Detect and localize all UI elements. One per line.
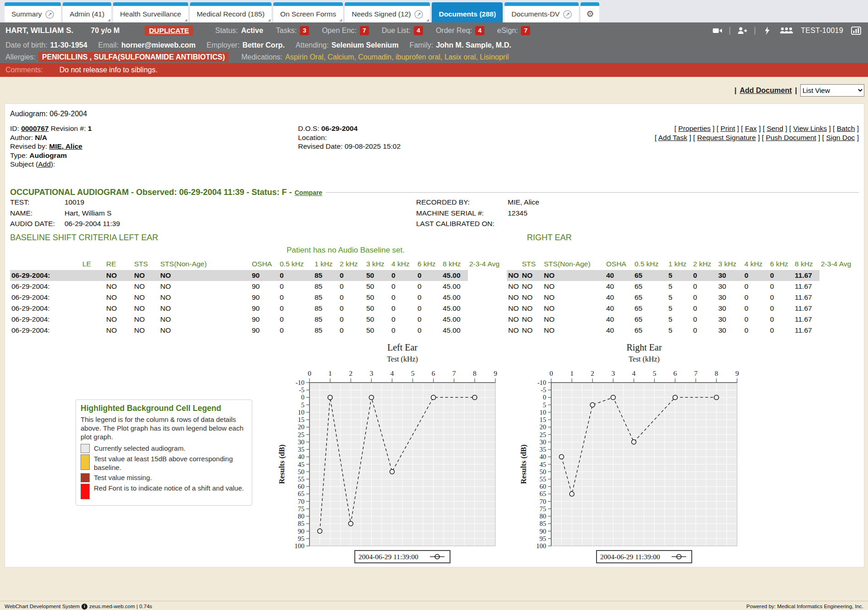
tab-summary[interactable]: Summary↗ [5,2,61,22]
y-tick-label: -10 [296,379,304,386]
table-cell: 45.00 [441,303,468,314]
info-icon[interactable]: i [81,604,87,610]
table-cell: 45.00 [441,292,468,303]
y-tick-label: 100 [536,542,546,550]
chart-title: Right Ear [626,342,662,353]
chart-icon[interactable] [850,27,863,35]
chart-ylabel: Results (dB) [519,444,528,484]
tab-documents-dv[interactable]: Documents-DV↗ [505,2,579,22]
tab-label: Medical Record (185) [197,10,265,18]
table-cell: 0 [390,281,416,292]
revised-by-link[interactable]: MIE, Alice [49,142,82,150]
date-cell: 06-29-2004: [10,281,81,292]
count-badge[interactable]: 7 [360,26,369,35]
subject-suffix: ): [51,160,55,168]
y-tick-label: 55 [540,475,547,483]
add-user-icon[interactable] [737,27,747,35]
tab-on-screen-forms[interactable]: On Screen Forms [273,2,343,22]
column-header: 0.5 kHz [278,258,313,270]
tab-medical-record-185[interactable]: Medical Record (185) [190,2,271,22]
table-cell: 0 [338,270,365,281]
status-item-label: Tasks: [276,27,297,35]
status-item: Tasks:3 [276,26,309,35]
popout-icon[interactable]: ↗ [563,10,572,19]
y-tick-label: 0 [301,394,304,401]
popout-icon[interactable]: ↗ [45,10,54,19]
settings-tab[interactable]: ⚙︎ [580,2,599,22]
doc-action-fax[interactable]: Fax [745,124,757,132]
patient-id: TEST-10019 [801,27,843,35]
table-cell: 5 [667,281,692,292]
doc-action-print[interactable]: Print [721,124,735,132]
table-cell: 0 [390,270,416,281]
count-badge[interactable]: 4 [475,26,484,35]
table-row[interactable]: 06-29-2004:NONONO900850500045.00NONONO40… [10,314,860,325]
doc-action-view-links[interactable]: View Links [793,124,827,132]
table-cell: 0 [278,325,313,336]
table-cell: 65 [633,270,667,281]
doc-action-push-document[interactable]: Push Document [766,134,816,141]
divider: | [729,26,731,35]
column-header: 6 kHz [769,258,793,270]
tab-label: Admin (41) [70,10,104,18]
duplicate-badge[interactable]: DUPLICATE [145,26,193,36]
doc-action-add-task[interactable]: Add Task [658,134,687,141]
people-group-icon[interactable] [779,27,794,35]
tab-admin-41[interactable]: Admin (41) [63,2,111,22]
doc-action-sign-doc[interactable]: Sign Doc [826,134,855,141]
audiogram-meta: TEST:10019RECORDED BY:MIE, AliceNAME:Har… [5,198,864,231]
audiogram-meta-label: TEST: [10,198,29,206]
view-mode-select[interactable]: List View [800,84,864,97]
audiogram-meta-row: NAME:Hart, William SMACHINE SERIAL #:123… [5,209,864,220]
compare-link[interactable]: Compare [294,189,322,196]
table-row[interactable]: 06-29-2004:NONONO900850500045.00NONONO40… [10,281,860,292]
tab-health-surveillance[interactable]: Health Surveillance [113,2,188,22]
table-row[interactable]: 06-29-2004:NONONO900850500045.00NONONO40… [10,270,860,281]
count-badge[interactable]: 3 [300,26,309,35]
tab-needs-signed-12[interactable]: Needs Signed (12)↗ [345,2,430,22]
subject-add-link[interactable]: Add [38,160,51,168]
y-tick-label: 10 [298,409,305,416]
column-header: 8 kHz [441,258,468,270]
doc-action-send[interactable]: Send [767,124,783,132]
table-row[interactable]: 06-29-2004:NONONO900850500045.00NONONO40… [10,325,860,336]
table-cell: 0 [743,270,769,281]
medications-label: Medications: [241,53,282,61]
x-tick-label: 3 [611,369,615,377]
x-tick-label: 8 [473,369,477,377]
table-cell: NO [105,270,133,281]
legend-item: Currently selected audiogram. [81,444,247,453]
table-row[interactable]: 06-29-2004:NONONO900850500045.00NONONO40… [10,292,860,303]
table-cell: 0 [390,314,416,325]
chart-legend-label: 2004-06-29 11:39:00 [600,553,660,561]
table-cell: NO [159,314,250,325]
popout-icon[interactable]: ↗ [414,10,423,19]
allergies-badge[interactable]: PENICILLINS , SULFA(SULFONAMIDE ANTIBIOT… [38,52,228,62]
audiogram-meta-value: 10019 [65,198,84,206]
baseline-right-title: RIGHT EAR [527,233,572,243]
doc-action-properties[interactable]: Properties [678,124,711,132]
add-document-link[interactable]: Add Document [740,86,792,95]
tab-documents-288[interactable]: Documents (288) [432,2,503,22]
table-cell: 0 [416,314,441,325]
video-camera-icon[interactable] [712,27,722,35]
legend-item: Red Font is to indicate notice of a shif… [81,484,247,499]
table-cell: 0 [769,303,793,314]
medications-list[interactable]: Aspirin Oral, Calcium, Coumadin, ibuprof… [285,53,509,61]
table-cell: 90 [250,325,278,336]
count-badge[interactable]: 7 [521,26,530,35]
document-id-link[interactable]: 0000767 [21,124,49,132]
x-tick-label: 8 [715,369,718,377]
tab-label: Documents (288) [439,10,496,18]
audiogram-meta-row: TEST:10019RECORDED BY:MIE, Alice [5,198,864,209]
demographic-value: John M. Sample, M.D. [436,41,511,49]
status-item-label: eSign: [497,27,518,35]
table-row[interactable]: 06-29-2004:NONONO900850500045.00NONONO40… [10,303,860,314]
column-header: 3 kHz [365,258,390,270]
doc-action-batch[interactable]: Batch [837,124,855,132]
count-badge[interactable]: 4 [414,26,423,35]
table-cell: NO [542,292,605,303]
lightning-icon[interactable] [762,27,772,35]
doc-action-request-signature[interactable]: Request Signature [697,134,756,141]
status-item: Status:Active [215,27,263,35]
